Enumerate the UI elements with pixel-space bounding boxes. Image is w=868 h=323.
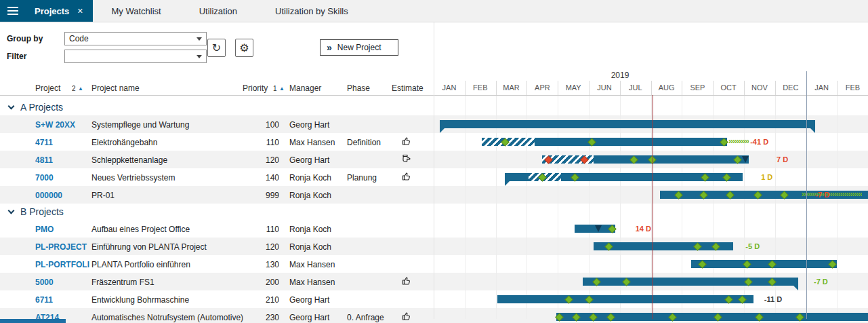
project-name: Neues Vertriebssystem xyxy=(91,173,244,183)
project-priority: 120 xyxy=(230,242,279,252)
tab-projects[interactable]: Projects × xyxy=(25,0,93,22)
thumb-up-icon[interactable] xyxy=(396,311,417,323)
group-header[interactable]: A Projects xyxy=(0,99,868,115)
project-priority: 110 xyxy=(230,225,279,234)
refresh-button[interactable]: ↻ xyxy=(207,39,226,57)
month-tick xyxy=(496,81,497,95)
end-marker-triangle[interactable] xyxy=(595,225,602,232)
col-phase[interactable]: Phase xyxy=(347,83,370,93)
project-name: Einführung von PLANTA Project xyxy=(91,242,244,252)
horizontal-scrollbar[interactable] xyxy=(0,319,66,323)
month-label: AUG xyxy=(651,83,682,92)
project-code-link[interactable]: 4711 xyxy=(35,138,89,147)
gantt-bar[interactable] xyxy=(497,295,753,303)
project-row[interactable]: PMOAufbau eines Project Office110Ronja K… xyxy=(0,220,868,238)
month-tick xyxy=(558,81,558,95)
thumb-up-icon[interactable] xyxy=(396,276,417,288)
tab-projects-label: Projects xyxy=(35,6,69,16)
month-label: SEP xyxy=(682,83,713,92)
sort-indicator-project[interactable]: 2 ▲ xyxy=(72,83,83,93)
month-label: JAN xyxy=(806,83,838,92)
project-name: Schleppkettenanlage xyxy=(91,155,244,165)
gantt-bar[interactable] xyxy=(535,138,727,146)
settings-button[interactable]: ⚙ xyxy=(235,39,253,57)
col-priority[interactable]: Priority xyxy=(243,83,268,93)
project-name: Entwicklung Bohrmaschine xyxy=(91,295,244,305)
project-name: Fräszentrum FS1 xyxy=(91,278,244,287)
project-code-link[interactable]: PL-PROJECT xyxy=(35,242,89,252)
tab-bar: Projects × My Watchlist Utilization Util… xyxy=(0,0,868,22)
month-label: DEC xyxy=(775,83,806,92)
hamburger-icon[interactable] xyxy=(0,0,25,22)
project-row[interactable]: PL-PROJECTEinführung von PLANTA Project1… xyxy=(0,238,868,255)
group-by-label: Group by xyxy=(7,34,43,43)
project-phase: 0. Anfrage xyxy=(347,313,392,322)
end-marker-triangle[interactable] xyxy=(725,243,732,250)
project-code-link[interactable]: 000000 xyxy=(35,191,89,200)
project-priority: 100 xyxy=(230,120,279,130)
project-priority: 120 xyxy=(230,155,279,165)
group-by-value: Code xyxy=(69,34,89,43)
month-label: APR xyxy=(526,83,558,92)
group-label: A Projects xyxy=(20,102,63,113)
month-tick xyxy=(589,81,590,95)
gantt-bar[interactable] xyxy=(691,260,837,268)
filter-label: Filter xyxy=(7,52,26,61)
month-tick xyxy=(744,81,745,95)
project-manager: Georg Hart xyxy=(289,313,345,322)
month-tick xyxy=(682,81,682,95)
project-code-link[interactable]: 5000 xyxy=(35,278,89,287)
end-marker-triangle[interactable] xyxy=(742,156,749,163)
project-priority: 140 xyxy=(230,173,279,183)
project-manager: Ronja Koch xyxy=(289,225,345,234)
sort-indicator-priority[interactable]: 1 ▲ xyxy=(273,83,285,93)
thumb-up-icon[interactable] xyxy=(396,136,417,149)
project-manager: Georg Hart xyxy=(289,155,345,165)
chevron-down-icon xyxy=(197,55,202,58)
group-by-select[interactable]: Code xyxy=(64,32,207,45)
project-code-link[interactable]: PL-PORTFOLIO xyxy=(35,260,89,269)
project-priority: 130 xyxy=(230,260,279,269)
gantt-bar[interactable] xyxy=(660,191,868,199)
project-priority: 110 xyxy=(230,138,279,147)
project-priority: 210 xyxy=(230,295,279,305)
project-manager: Ronja Koch xyxy=(289,191,345,200)
tab-utilization[interactable]: Utilization xyxy=(180,0,256,22)
thumb-up-icon[interactable] xyxy=(396,171,417,184)
thumb-side-icon[interactable] xyxy=(396,153,417,166)
tab-utilization-by-skills[interactable]: Utilization by Skills xyxy=(256,0,367,22)
tab-my-watchlist[interactable]: My Watchlist xyxy=(93,0,180,22)
chevron-down-icon xyxy=(197,37,202,41)
col-project[interactable]: Project xyxy=(35,83,60,93)
project-code-link[interactable]: PMO xyxy=(35,225,89,234)
col-estimate[interactable]: Estimate xyxy=(392,83,423,93)
month-tick xyxy=(465,81,466,95)
project-code-link[interactable]: 7000 xyxy=(35,173,89,183)
chevron-down-icon xyxy=(8,103,15,110)
filter-select[interactable] xyxy=(64,50,207,63)
project-code-link[interactable]: S+W 20XX xyxy=(35,120,89,130)
month-label: MAY xyxy=(558,83,589,92)
col-project-name[interactable]: Project name xyxy=(91,83,140,93)
month-tick xyxy=(526,81,527,95)
year-label: 2019 xyxy=(434,71,806,80)
month-tick xyxy=(620,81,621,95)
month-label: OCT xyxy=(713,83,744,92)
project-row[interactable]: 4711Elektrohängebahn110Max HansenDefinit… xyxy=(0,133,868,151)
project-name: Automatisches Notrufsystem (Automotive) xyxy=(91,313,244,322)
month-tick xyxy=(775,81,776,95)
gantt-bar[interactable] xyxy=(556,313,868,321)
col-manager[interactable]: Manager xyxy=(289,83,321,93)
close-icon[interactable]: × xyxy=(77,5,83,16)
gantt-bar[interactable] xyxy=(583,278,798,286)
project-manager: Georg Hart xyxy=(289,120,345,130)
project-code-link[interactable]: 4811 xyxy=(35,155,89,165)
gantt-bar[interactable] xyxy=(440,120,815,128)
refresh-icon: ↻ xyxy=(212,41,221,54)
project-code-link[interactable]: 6711 xyxy=(35,295,89,305)
project-name: PLANTA Portfolio einführen xyxy=(91,260,244,269)
new-project-button[interactable]: » New Project xyxy=(320,39,398,56)
project-phase: Definition xyxy=(347,138,392,147)
group-header[interactable]: B Projects xyxy=(0,204,868,220)
project-manager: Ronja Koch xyxy=(289,242,345,252)
